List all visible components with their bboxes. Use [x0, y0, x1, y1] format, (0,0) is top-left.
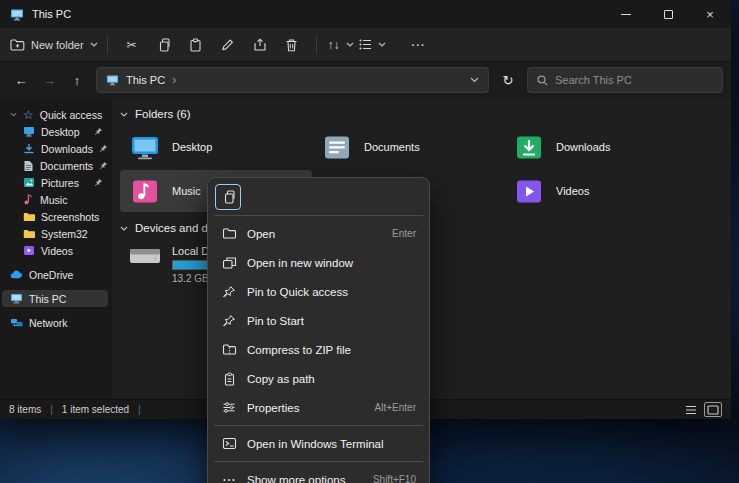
zip-folder-icon	[221, 343, 237, 356]
menu-item-open[interactable]: Open Enter	[212, 219, 425, 248]
sidebar-item-music[interactable]: Music	[2, 191, 108, 208]
sidebar-label: Desktop	[41, 126, 80, 138]
forward-button[interactable]: →	[36, 67, 62, 93]
chevron-down-icon[interactable]	[120, 112, 128, 117]
refresh-button[interactable]: ↻	[495, 67, 521, 93]
menu-separator	[214, 461, 423, 462]
details-view-button[interactable]	[682, 402, 700, 417]
pin-icon	[221, 285, 237, 299]
share-button[interactable]	[245, 32, 275, 58]
pictures-icon	[23, 177, 35, 188]
sidebar-item-desktop[interactable]: Desktop	[2, 123, 108, 140]
folder-name: Music	[172, 185, 201, 197]
copy-button[interactable]	[215, 184, 241, 210]
view-button[interactable]	[358, 32, 388, 58]
sidebar-item-system32[interactable]: System32	[2, 225, 108, 242]
close-button[interactable]: ×	[689, 0, 731, 28]
sidebar-label: Quick access	[40, 109, 102, 121]
menu-item-label: Compress to ZIP file	[247, 344, 351, 356]
folder-tile-desktop[interactable]: Desktop	[120, 126, 312, 168]
large-icons-view-button[interactable]	[704, 402, 722, 417]
properties-sliders-icon	[221, 401, 237, 414]
folders-section-header[interactable]: Folders (6)	[120, 104, 723, 124]
new-folder-button[interactable]: New folder	[10, 32, 98, 58]
trash-icon	[285, 38, 298, 52]
quick-access-star-icon: ☆	[23, 109, 34, 121]
menu-item-properties[interactable]: Properties Alt+Enter	[212, 393, 425, 422]
menu-item-open-in-windows-terminal[interactable]: Open in Windows Terminal	[212, 429, 425, 458]
desktop-wallpaper: This PC × New folder ✂	[0, 0, 739, 483]
maximize-button[interactable]	[647, 0, 689, 28]
menu-item-compress-to-zip[interactable]: Compress to ZIP file	[212, 335, 425, 364]
new-window-icon	[221, 256, 237, 270]
selection-count: 1 item selected	[62, 404, 129, 415]
chevron-down-icon	[346, 42, 354, 47]
address-dropdown-chevron-icon[interactable]	[470, 77, 479, 83]
search-box	[527, 67, 723, 93]
back-button[interactable]: ←	[8, 67, 34, 93]
minimize-button[interactable]	[605, 0, 647, 28]
toolbar-divider	[107, 36, 108, 54]
videos-icon	[23, 245, 35, 256]
view-toggles	[682, 402, 722, 417]
search-icon	[537, 75, 548, 86]
folder-tile-documents[interactable]: Documents	[312, 126, 504, 168]
sidebar-item-onedrive[interactable]: OneDrive	[2, 266, 108, 283]
sidebar-label: Network	[29, 317, 68, 329]
delete-button[interactable]	[277, 32, 307, 58]
desktop-icon	[23, 126, 35, 137]
status-divider: |	[138, 404, 141, 415]
chevron-down-icon[interactable]	[10, 112, 17, 117]
clipboard-icon	[221, 372, 237, 386]
cut-button[interactable]: ✂	[117, 32, 147, 58]
menu-item-show-more-options[interactable]: Show more options Shift+F10	[212, 465, 425, 483]
pin-icon	[221, 314, 237, 328]
toolbar-divider	[316, 36, 317, 54]
sidebar-item-quick-access[interactable]: ☆ Quick access	[2, 106, 108, 123]
up-button[interactable]: ↑	[64, 67, 90, 93]
folders-header-label: Folders (6)	[135, 108, 191, 120]
address-bar[interactable]: This PC ›	[96, 67, 489, 93]
copy-button[interactable]	[149, 32, 179, 58]
sidebar-label: System32	[41, 228, 88, 240]
new-folder-label: New folder	[31, 39, 84, 51]
chevron-down-icon[interactable]	[120, 226, 128, 231]
search-input[interactable]	[555, 74, 713, 86]
folder-tile-downloads[interactable]: Downloads	[504, 126, 696, 168]
folder-name: Downloads	[556, 141, 610, 153]
navigation-bar: ← → ↑ This PC › ↻	[0, 62, 731, 98]
folder-tile-videos[interactable]: Videos	[504, 170, 696, 212]
sidebar-label: Screenshots	[41, 211, 99, 223]
item-count: 8 items	[9, 404, 41, 415]
rename-icon	[221, 38, 235, 51]
sidebar-item-documents[interactable]: Documents	[2, 157, 108, 174]
copy-icon	[157, 38, 170, 52]
sidebar-label: Music	[40, 194, 67, 206]
sidebar-label: Videos	[41, 245, 73, 257]
sidebar-item-downloads[interactable]: Downloads	[2, 140, 108, 157]
menu-item-copy-as-path[interactable]: Copy as path	[212, 364, 425, 393]
maximize-icon	[664, 10, 673, 19]
menu-separator	[214, 215, 423, 216]
rename-button[interactable]	[213, 32, 243, 58]
sidebar-item-screenshots[interactable]: Screenshots	[2, 208, 108, 225]
sidebar-item-pictures[interactable]: Pictures	[2, 174, 108, 191]
sidebar-item-videos[interactable]: Videos	[2, 242, 108, 259]
sidebar-item-this-pc[interactable]: This PC	[2, 290, 108, 307]
more-options-button[interactable]: ···	[404, 32, 434, 58]
menu-item-pin-to-start[interactable]: Pin to Start	[212, 306, 425, 335]
more-options-icon	[221, 478, 237, 482]
sort-button[interactable]: ↑↓	[326, 32, 356, 58]
sidebar-gap	[2, 307, 108, 314]
menu-item-pin-to-quick-access[interactable]: Pin to Quick access	[212, 277, 425, 306]
downloads-icon	[23, 143, 35, 154]
menu-item-open-new-window[interactable]: Open in new window	[212, 248, 425, 277]
sidebar-item-network[interactable]: Network	[2, 314, 108, 331]
menu-item-label: Pin to Quick access	[247, 286, 348, 298]
breadcrumb-separator-icon: ›	[172, 73, 176, 87]
breadcrumb[interactable]: This PC	[126, 74, 165, 86]
sidebar-label: This PC	[29, 293, 66, 305]
paste-button[interactable]	[181, 32, 211, 58]
terminal-icon	[221, 437, 237, 450]
music-folder-icon	[128, 178, 162, 205]
